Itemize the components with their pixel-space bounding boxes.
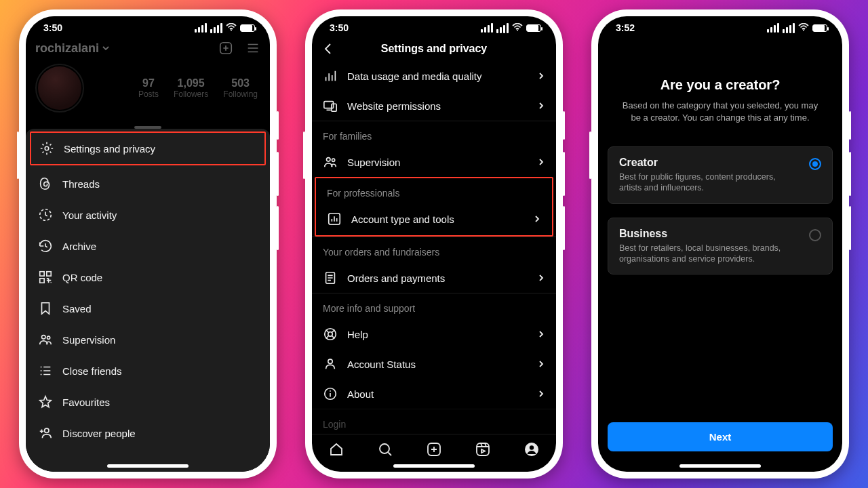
chevron-right-icon [537,100,545,112]
threads-icon [38,176,53,191]
row-label: Account type and tools [351,214,454,225]
status-time: 3:52 [616,22,635,33]
menu-label: Supervision [62,334,115,346]
row-help[interactable]: Help [312,319,556,349]
status-indicators [767,23,827,33]
menu-label: Discover people [62,428,136,439]
menu-activity[interactable]: Your activity [26,199,270,230]
menu-settings-privacy[interactable]: Settings and privacy [30,131,266,165]
page-heading: Are you a creator? [598,77,842,93]
section-professionals: For professionals [316,178,552,204]
svg-point-29 [530,445,534,449]
nav-search[interactable] [375,439,395,460]
menu-discover[interactable]: Discover people [26,418,270,449]
row-account-status[interactable]: Account Status [312,349,556,379]
menu-saved[interactable]: Saved [26,293,270,324]
svg-rect-5 [47,272,51,276]
nav-create[interactable] [424,439,444,460]
menu-threads[interactable]: Threads [26,168,270,199]
menu-supervision[interactable]: Supervision [26,324,270,355]
svg-point-24 [330,390,331,392]
menu-label: Threads [62,178,100,190]
row-label: Supervision [347,157,400,168]
menu-label: QR code [62,272,102,283]
section-login: Login [312,409,556,434]
menu-label: Close friends [62,365,122,377]
hamburger-menu-button[interactable] [245,41,260,56]
gear-icon [39,141,54,156]
create-post-button[interactable] [218,41,233,56]
username-dropdown[interactable]: rochizalani [35,41,110,56]
row-about[interactable]: About [312,379,556,409]
devices-icon [323,98,338,113]
chevron-right-icon [533,214,541,225]
option-desc: Best for public figures, content produce… [619,171,800,194]
option-creator[interactable]: Creator Best for public figures, content… [608,146,833,204]
chevron-right-icon [537,70,545,82]
saved-icon [38,301,53,316]
stat-followers[interactable]: 1,095 Followers [174,77,208,99]
row-label: Help [347,329,368,340]
menu-label: Settings and privacy [64,143,155,155]
nav-profile[interactable] [521,439,542,460]
chevron-right-icon [537,329,545,340]
row-account-type[interactable]: Account type and tools [316,204,552,234]
menu-favourites[interactable]: Favourites [26,386,270,418]
archive-icon [38,239,53,253]
section-families: For families [312,121,556,147]
menu-label: Your activity [62,209,117,221]
svg-rect-4 [40,272,44,276]
svg-rect-6 [40,279,44,283]
menu-qr[interactable]: QR code [26,262,270,293]
nav-home[interactable] [326,439,347,460]
option-title: Business [619,228,800,240]
section-support: More info and support [312,293,556,319]
row-label: Data usage and media quality [347,70,481,82]
row-website-permissions[interactable]: Website permissions [312,91,556,121]
menu-label: Archive [62,241,96,252]
qr-icon [38,270,53,285]
svg-point-17 [332,159,334,161]
chevron-down-icon [102,44,110,52]
menu-archive[interactable]: Archive [26,230,270,262]
status-bar: 3:50 [26,16,270,37]
radio-selected-icon [809,158,821,170]
add-person-icon [38,426,53,441]
dual-sim-icon [767,23,779,33]
next-button[interactable]: Next [608,422,833,451]
row-label: Orders and payments [347,272,445,284]
status-indicators [481,23,541,33]
wifi-icon [798,23,809,33]
menu-label: Saved [62,303,92,314]
list-icon [38,363,53,378]
home-indicator[interactable] [107,464,189,468]
chevron-right-icon [537,157,545,168]
row-label: Account Status [347,359,416,370]
nav-reels[interactable] [473,439,493,460]
bars-icon [323,68,338,83]
chevron-right-icon [537,388,545,400]
row-orders-payments[interactable]: Orders and payments [312,263,556,293]
row-data-usage[interactable]: Data usage and media quality [312,61,556,91]
help-icon [323,327,338,342]
svg-point-25 [380,444,389,453]
menu-close-friends[interactable]: Close friends [26,355,270,386]
username-label: rochizalani [35,41,99,56]
svg-point-12 [45,428,49,432]
chevron-right-icon [537,272,545,284]
option-business[interactable]: Business Best for retailers, local busin… [608,218,833,275]
back-button[interactable] [321,42,335,58]
home-indicator[interactable] [679,464,761,468]
stat-following[interactable]: 503 Following [223,77,258,99]
option-title: Creator [619,157,800,169]
page-subtext: Based on the category that you selected,… [618,100,822,123]
stat-posts[interactable]: 97 Posts [138,77,159,99]
avatar[interactable] [35,64,84,113]
status-bar: 3:52 [598,16,842,37]
svg-point-11 [41,374,42,375]
row-label: About [347,388,374,400]
home-indicator[interactable] [393,464,475,468]
status-bar: 3:50 [312,16,556,37]
info-icon [323,386,338,401]
row-supervision[interactable]: Supervision [312,147,556,177]
